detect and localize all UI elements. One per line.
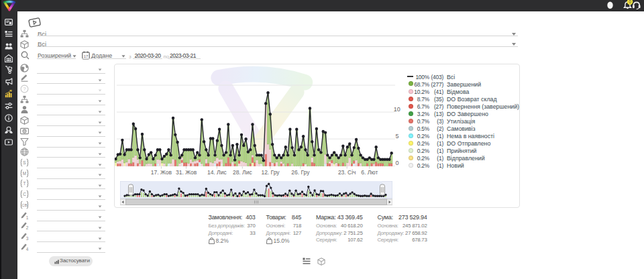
svg-text:2: 2 (26, 225, 29, 230)
svg-text:3: 3 (26, 236, 29, 241)
svg-text:12. Гру: 12. Гру (261, 169, 280, 176)
svg-text:6. Лют: 6. Лют (361, 169, 378, 176)
svg-text:26. Гру: 26. Гру (291, 169, 310, 176)
svg-text:S: S (23, 160, 26, 165)
svg-text:4: 4 (26, 247, 29, 252)
svg-text:0: 0 (629, 0, 631, 4)
svg-text:23. Січ: 23. Січ (338, 169, 356, 176)
svg-text:T: T (23, 181, 26, 186)
svg-text:1: 1 (26, 215, 29, 220)
svg-text:10: 10 (394, 106, 400, 113)
svg-text:28. Лис: 28. Лис (233, 169, 253, 176)
svg-text:?: ? (23, 86, 26, 92)
svg-text:M: M (23, 170, 26, 175)
svg-text:C: C (23, 192, 26, 197)
svg-text:0: 0 (396, 160, 399, 166)
svg-text:17. Жов: 17. Жов (151, 169, 172, 176)
svg-text:5: 5 (396, 133, 399, 140)
svg-text:31. Жов: 31. Жов (176, 169, 197, 176)
svg-text:14. Лис: 14. Лис (207, 169, 227, 176)
svg-text:CB: CB (21, 203, 27, 207)
